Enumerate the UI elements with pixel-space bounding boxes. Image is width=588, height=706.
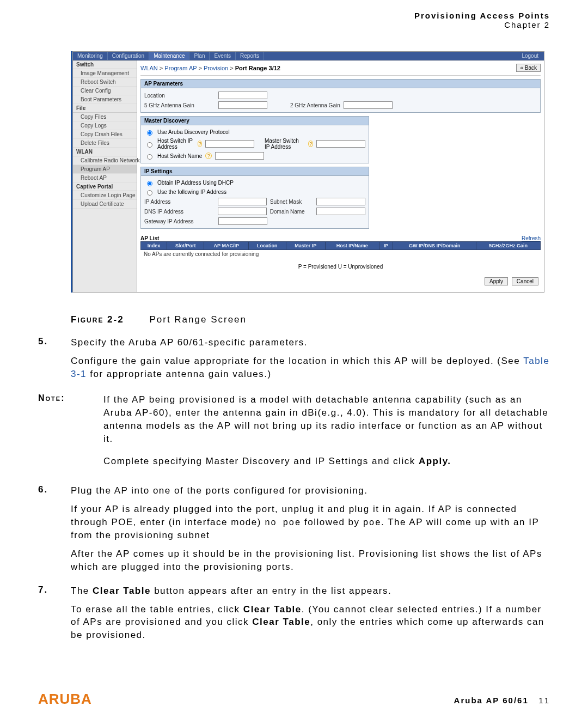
sidebar-item[interactable]: Delete Files <box>73 139 137 148</box>
location-input[interactable] <box>218 92 267 99</box>
code-text: no poe <box>265 518 301 528</box>
dns-input[interactable] <box>218 208 267 215</box>
section-ip-settings: IP Settings <box>140 167 369 176</box>
label-5ghz-gain: 5 GHz Antenna Gain <box>144 102 215 108</box>
host-switch-name-input[interactable] <box>215 152 264 160</box>
logout-link[interactable]: Logout <box>516 52 544 60</box>
ap-list-empty: No APs are currently connected for provi… <box>140 250 541 258</box>
sidebar-group-switch: Switch <box>73 60 137 69</box>
refresh-link[interactable]: Refresh <box>522 235 541 241</box>
gain-5ghz-input[interactable] <box>218 101 267 109</box>
tab-maintenance[interactable]: Maintenance <box>149 52 189 60</box>
sidebar-item[interactable]: Customize Login Page <box>73 191 137 200</box>
brand-logo: ARUBA The Mobile Edge Company <box>38 691 113 706</box>
step-number: 5. <box>38 336 71 386</box>
tab-plan[interactable]: Plan <box>189 52 210 60</box>
tab-reports[interactable]: Reports <box>236 52 264 60</box>
sidebar-item[interactable]: Image Management <box>73 69 137 78</box>
help-icon[interactable]: ? <box>308 141 313 147</box>
step-text: Plug the AP into one of the ports config… <box>71 485 367 496</box>
radio-host-name[interactable] <box>147 154 152 160</box>
step-number: 7. <box>38 585 71 647</box>
tab-configuration[interactable]: Configuration <box>108 52 149 60</box>
sidebar-item[interactable]: Boot Parameters <box>73 95 137 104</box>
label-ip-address: IP Address <box>144 199 215 205</box>
sidebar-item[interactable]: Copy Logs <box>73 121 137 130</box>
label-subnet: Subnet Mask <box>270 199 313 205</box>
radio-host-ip[interactable] <box>147 142 152 148</box>
label-location: Location <box>144 93 215 99</box>
apply-button[interactable]: Apply <box>485 277 508 285</box>
note-label: Note: <box>38 393 103 477</box>
sidebar-item[interactable]: Copy Files <box>73 113 137 121</box>
help-icon[interactable]: ? <box>205 153 212 159</box>
section-master-discovery: Master Discovery <box>140 116 369 125</box>
figure-screenshot: Monitoring Configuration Maintenance Pla… <box>71 51 544 293</box>
help-icon[interactable]: ? <box>198 141 203 147</box>
sidebar-item[interactable]: Reboot AP <box>73 174 137 182</box>
ap-list-table: Index Slot/Port AP MAC/IP Location Maste… <box>140 241 541 250</box>
label-2ghz-gain: 2 GHz Antenna Gain <box>290 102 340 108</box>
code-text: poe <box>363 518 381 528</box>
cancel-button[interactable]: Cancel <box>512 277 538 285</box>
step-text: Specify the Aruba AP 60/61-specific para… <box>71 337 308 348</box>
top-nav: Monitoring Configuration Maintenance Pla… <box>73 52 544 60</box>
breadcrumb: WLAN > Program AP > Provision > Port Ran… <box>140 65 280 71</box>
ip-address-input[interactable] <box>218 198 267 205</box>
page-header: Provisioning Access Points Chapter 2 <box>38 11 550 29</box>
domain-input[interactable] <box>316 208 365 215</box>
sidebar-item[interactable]: Reboot Switch <box>73 78 137 87</box>
tab-monitoring[interactable]: Monitoring <box>73 52 108 60</box>
footer-info: Aruba AP 60/61 11 Installation Guide <box>454 696 550 706</box>
figure-caption: Figure 2-2 Port Range Screen <box>71 314 550 325</box>
label-gateway: Gateway IP Address <box>144 218 215 224</box>
label-use-adp: Use Aruba Discovery Protocol <box>157 129 230 135</box>
sidebar-item-program-ap[interactable]: Program AP <box>73 165 137 174</box>
sidebar-item[interactable]: Calibrate Radio Network <box>73 156 137 165</box>
ap-list-legend: P = Provisioned U = Unprovisioned <box>140 258 541 275</box>
chapter-label: Chapter 2 <box>38 20 550 29</box>
sidebar-item[interactable]: Clear Config <box>73 87 137 95</box>
label-host-switch-name: Host Switch Name <box>157 153 202 159</box>
sidebar: Switch Image Management Reboot Switch Cl… <box>73 60 137 292</box>
radio-dhcp[interactable] <box>147 181 152 186</box>
sidebar-item[interactable]: Upload Certificate <box>73 200 137 209</box>
ap-list-title: AP List <box>140 235 159 241</box>
label-dhcp: Obtain IP Address Using DHCP <box>157 180 234 186</box>
subnet-input[interactable] <box>316 198 365 205</box>
sidebar-group-wlan: WLAN <box>73 148 137 156</box>
label-static-ip: Use the following IP Address <box>157 189 226 195</box>
gateway-input[interactable] <box>218 217 267 225</box>
master-switch-ip-input[interactable] <box>316 140 365 148</box>
label-domain: Domain Name <box>270 209 313 215</box>
step-number: 6. <box>38 484 71 579</box>
sidebar-group-captive: Captive Portal <box>73 182 137 191</box>
tab-events[interactable]: Events <box>210 52 236 60</box>
host-switch-ip-input[interactable] <box>205 140 254 148</box>
radio-use-adp[interactable] <box>147 130 152 136</box>
section-ap-parameters: AP Parameters <box>140 79 541 88</box>
label-master-switch-ip: Master Switch IP Address <box>265 138 305 150</box>
section-title: Provisioning Access Points <box>38 11 550 20</box>
back-button[interactable]: « Back <box>516 64 541 72</box>
sidebar-item[interactable]: Copy Crash Files <box>73 130 137 139</box>
label-dns: DNS IP Address <box>144 209 215 215</box>
sidebar-group-file: File <box>73 104 137 113</box>
gain-2ghz-input[interactable] <box>344 101 393 109</box>
radio-static-ip[interactable] <box>147 190 152 196</box>
label-host-switch-ip: Host Switch IP Address <box>157 138 194 150</box>
note-text: If the AP being provisioned is a model w… <box>103 394 548 443</box>
